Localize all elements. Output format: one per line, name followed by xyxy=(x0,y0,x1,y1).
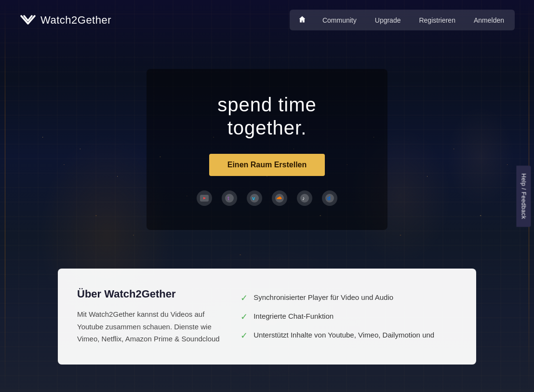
info-left: Über Watch2Gether Mit Watch2Gether kanns… xyxy=(77,288,221,345)
info-right: ✓ Synchronisierter Player für Video und … xyxy=(240,288,457,345)
nav-registrieren[interactable]: Registrieren xyxy=(410,13,464,28)
home-icon xyxy=(298,15,306,23)
feature-text-2: Integrierte Chat-Funktion xyxy=(254,311,334,322)
feature-item-2: ✓ Integrierte Chat-Funktion xyxy=(240,311,457,322)
hero-background: Watch2Gether Community Upgrade Registrie… xyxy=(0,0,534,392)
info-title: Über Watch2Gether xyxy=(77,288,221,300)
feature-text-1: Synchronisierter Player für Video und Au… xyxy=(254,292,393,303)
navbar: Watch2Gether Community Upgrade Registrie… xyxy=(0,0,534,40)
hero-title: spend time together. xyxy=(185,93,349,139)
nav-upgrade[interactable]: Upgrade xyxy=(366,13,410,28)
tiktok-icon[interactable]: ♪ xyxy=(297,190,312,206)
nav-community[interactable]: Community xyxy=(314,13,365,28)
check-icon-3: ✓ xyxy=(240,330,248,341)
service-icons: t v xyxy=(185,190,349,206)
nav-home[interactable] xyxy=(292,12,313,28)
svg-text:♪: ♪ xyxy=(302,195,305,201)
svg-text:t: t xyxy=(227,195,229,201)
twitch-icon[interactable]: t xyxy=(222,190,237,206)
svg-text:v: v xyxy=(252,195,255,201)
check-icon-1: ✓ xyxy=(240,293,248,303)
youtube-icon[interactable] xyxy=(197,190,212,206)
vimeo-icon[interactable]: v xyxy=(247,190,262,206)
nav-anmelden[interactable]: Anmelden xyxy=(465,13,513,28)
check-icon-2: ✓ xyxy=(240,311,248,322)
logo-icon xyxy=(19,14,37,27)
create-room-button[interactable]: Einen Raum Erstellen xyxy=(209,154,325,176)
nav-links: Community Upgrade Registrieren Anmelden xyxy=(290,10,515,30)
info-text: Mit Watch2Gether kannst du Videos auf Yo… xyxy=(77,308,221,345)
hero-section: spend time together. Einen Raum Erstelle… xyxy=(0,40,534,249)
dailymotion-icon[interactable]: d xyxy=(322,190,337,206)
info-section: Über Watch2Gether Mit Watch2Gether kanns… xyxy=(58,269,476,365)
soundcloud-icon[interactable] xyxy=(272,190,287,206)
svg-rect-1 xyxy=(225,194,234,203)
logo-text: Watch2Gether xyxy=(40,14,111,27)
feature-item-1: ✓ Synchronisierter Player für Video und … xyxy=(240,292,457,303)
svg-text:d: d xyxy=(327,195,331,201)
feedback-tab[interactable]: Help / Feedback xyxy=(517,165,531,227)
feature-item-3: ✓ Unterstützt Inhalte von Youtube, Vimeo… xyxy=(240,330,457,341)
hero-card: spend time together. Einen Raum Erstelle… xyxy=(147,69,387,230)
feature-text-3: Unterstützt Inhalte von Youtube, Vimeo, … xyxy=(254,330,434,341)
logo[interactable]: Watch2Gether xyxy=(19,14,111,27)
